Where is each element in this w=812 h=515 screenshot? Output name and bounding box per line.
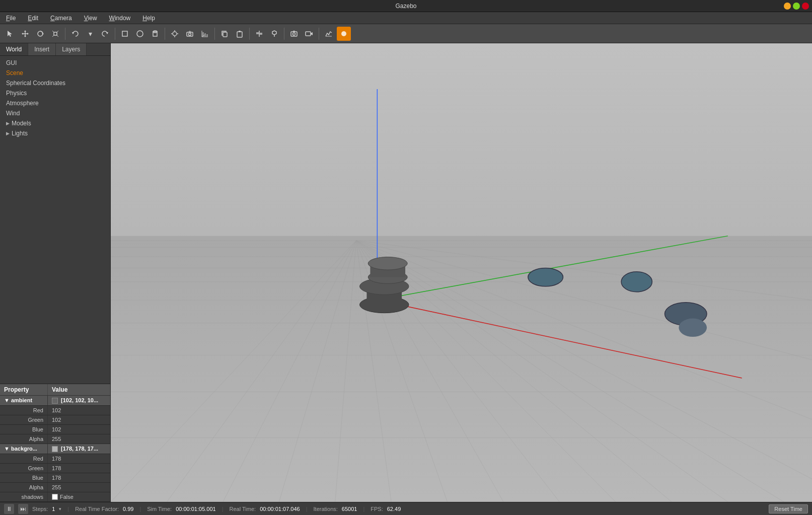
svg-point-25 bbox=[189, 33, 191, 35]
redo-button[interactable] bbox=[98, 27, 112, 41]
box-tool-button[interactable] bbox=[118, 27, 132, 41]
ambient-alpha-row: Alpha 255 bbox=[0, 434, 110, 444]
light-tool-button[interactable] bbox=[168, 27, 182, 41]
svg-rect-36 bbox=[256, 32, 259, 34]
sphere-tool-button[interactable] bbox=[133, 27, 147, 41]
screenshot-button[interactable] bbox=[287, 27, 301, 41]
ambient-alpha-label: Alpha bbox=[0, 434, 48, 444]
toolbar-sep3 bbox=[165, 28, 165, 40]
step-button[interactable]: ⏭ bbox=[18, 504, 28, 514]
toolbar-sep5 bbox=[249, 28, 250, 40]
menu-camera[interactable]: Camera bbox=[48, 14, 74, 23]
svg-line-9 bbox=[52, 31, 54, 32]
background-red-value[interactable]: 178 bbox=[48, 454, 110, 463]
camera-tool-button[interactable] bbox=[183, 27, 197, 41]
sep1: | bbox=[67, 506, 69, 512]
scale-tool-button[interactable] bbox=[48, 27, 62, 41]
sep3: | bbox=[222, 506, 224, 512]
svg-point-84 bbox=[368, 257, 407, 270]
background-alpha-label: Alpha bbox=[0, 483, 48, 492]
svg-marker-7 bbox=[42, 33, 44, 34]
tree-item-spherical-coordinates[interactable]: Spherical Coordinates bbox=[0, 78, 110, 88]
ambient-blue-value[interactable]: 102 bbox=[48, 425, 110, 434]
toolbar-sep7 bbox=[319, 28, 319, 40]
maximize-button[interactable] bbox=[793, 3, 800, 10]
tree-item-wind[interactable]: Wind bbox=[0, 108, 110, 118]
shadows-value[interactable]: False bbox=[48, 492, 110, 501]
ambient-blue-label: Blue bbox=[0, 425, 48, 434]
record-button[interactable] bbox=[302, 27, 316, 41]
pause-button[interactable]: ⏸ bbox=[4, 504, 14, 514]
statusbar: ⏸ ⏭ Steps: 1 ▾ | Real Time Factor: 0.99 … bbox=[0, 502, 812, 515]
ambient-alpha-value[interactable]: 255 bbox=[48, 434, 110, 444]
ambient-blue-row: Blue 102 bbox=[0, 425, 110, 434]
ambient-green-value[interactable]: 102 bbox=[48, 415, 110, 424]
main-area: World Insert Layers GUI Scene Spherical … bbox=[0, 43, 812, 502]
tree-item-gui[interactable]: GUI bbox=[0, 58, 110, 68]
background-section-row[interactable]: ▼ backgro... [178, 178, 17... bbox=[0, 444, 110, 454]
steps-value: 1 bbox=[52, 506, 55, 512]
iterations-label: Iterations: bbox=[314, 506, 338, 512]
3d-viewport[interactable] bbox=[111, 43, 812, 502]
menu-window[interactable]: Window bbox=[107, 14, 133, 23]
tree-item-models[interactable]: ▶ Models bbox=[0, 118, 110, 128]
select-tool-button[interactable] bbox=[3, 27, 17, 41]
toolbar-sep4 bbox=[214, 28, 215, 40]
undo-dropdown-button[interactable]: ▾ bbox=[83, 27, 97, 41]
svg-marker-3 bbox=[24, 36, 26, 37]
background-color-swatch bbox=[52, 446, 58, 452]
snap-button[interactable] bbox=[267, 27, 281, 41]
copy-button[interactable] bbox=[217, 27, 232, 41]
menu-edit[interactable]: Edit bbox=[26, 14, 40, 23]
paste-button[interactable] bbox=[233, 27, 247, 41]
tab-layers[interactable]: Layers bbox=[56, 43, 87, 55]
ambient-section-row[interactable]: ▼ ambient [102, 102, 10... bbox=[0, 396, 110, 406]
svg-rect-47 bbox=[111, 236, 812, 502]
real-label: Real Time: bbox=[230, 506, 256, 512]
properties-panel: Property Value ▼ ambient [102, 102, 10..… bbox=[0, 384, 110, 502]
sim-value: 00:00:01:05.001 bbox=[176, 506, 216, 512]
steps-dropdown-icon[interactable]: ▾ bbox=[59, 506, 61, 511]
tab-insert[interactable]: Insert bbox=[28, 43, 56, 55]
properties-header: Property Value bbox=[0, 384, 110, 396]
rtf-label: Real Time Factor: bbox=[75, 506, 119, 512]
menu-view[interactable]: View bbox=[82, 14, 99, 23]
align-button[interactable] bbox=[252, 27, 266, 41]
menu-help[interactable]: Help bbox=[140, 14, 157, 23]
point-cloud-button[interactable] bbox=[198, 27, 212, 41]
svg-point-85 bbox=[528, 268, 563, 286]
plot-button[interactable] bbox=[322, 27, 336, 41]
tab-world[interactable]: World bbox=[0, 43, 28, 55]
steps-label: Steps: bbox=[32, 506, 48, 512]
tree-item-atmosphere[interactable]: Atmosphere bbox=[0, 98, 110, 108]
real-value: 00:00:01:07.046 bbox=[260, 506, 300, 512]
svg-rect-15 bbox=[122, 31, 127, 36]
rtf-value: 0.99 bbox=[123, 506, 133, 512]
translate-tool-button[interactable] bbox=[18, 27, 32, 41]
minimize-button[interactable] bbox=[784, 3, 791, 10]
background-red-row: Red 178 bbox=[0, 454, 110, 464]
tree-item-lights[interactable]: ▶ Lights bbox=[0, 128, 110, 138]
background-green-value[interactable]: 178 bbox=[48, 464, 110, 473]
svg-marker-5 bbox=[27, 33, 29, 35]
ambient-green-label: Green bbox=[0, 415, 48, 424]
svg-rect-34 bbox=[239, 31, 241, 32]
background-blue-value[interactable]: 178 bbox=[48, 473, 110, 482]
menu-file[interactable]: File bbox=[4, 14, 18, 23]
background-alpha-row: Alpha 255 bbox=[0, 483, 110, 492]
ambient-red-value[interactable]: 102 bbox=[48, 406, 110, 415]
sep5: | bbox=[363, 506, 364, 512]
tree-item-scene[interactable]: Scene bbox=[0, 68, 110, 78]
undo-button[interactable] bbox=[68, 27, 82, 41]
record-log-button[interactable] bbox=[337, 27, 351, 41]
background-alpha-value[interactable]: 255 bbox=[48, 483, 110, 492]
svg-rect-8 bbox=[54, 32, 57, 35]
cylinder-tool-button[interactable] bbox=[148, 27, 162, 41]
tree-item-physics[interactable]: Physics bbox=[0, 88, 110, 98]
close-button[interactable] bbox=[802, 3, 809, 10]
rotate-tool-button[interactable] bbox=[33, 27, 47, 41]
svg-rect-33 bbox=[237, 32, 242, 37]
svg-rect-41 bbox=[293, 31, 295, 32]
shadows-checkbox[interactable] bbox=[52, 494, 58, 500]
reset-time-button[interactable]: Reset Time bbox=[769, 504, 808, 513]
